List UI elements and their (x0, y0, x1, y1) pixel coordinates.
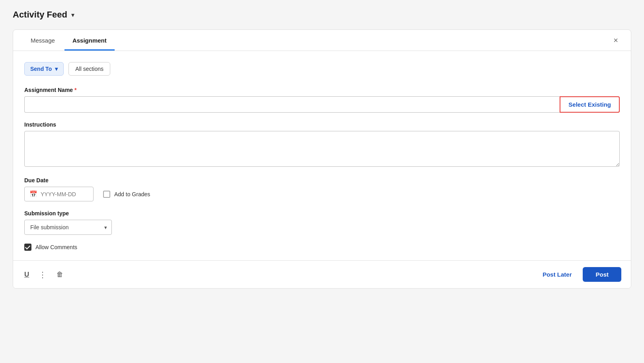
activity-feed-chevron-icon[interactable]: ▾ (71, 11, 74, 19)
submission-type-field-group: Submission type File submission Online s… (24, 210, 620, 235)
add-to-grades-label[interactable]: Add to Grades (114, 191, 150, 197)
trash-icon: 🗑 (57, 271, 63, 279)
instructions-label: Instructions (24, 121, 620, 128)
due-date-row: 📅 Add to Grades (24, 187, 620, 201)
instructions-textarea[interactable] (24, 131, 620, 167)
tab-message[interactable]: Message (23, 30, 63, 51)
page-wrapper: Activity Feed ▾ Message Assignment × Sen… (0, 0, 644, 363)
allow-comments-label[interactable]: Allow Comments (35, 244, 77, 250)
post-later-button[interactable]: Post Later (538, 268, 576, 281)
send-to-button[interactable]: Send To ▾ (24, 62, 64, 76)
post-button[interactable]: Post (583, 267, 621, 282)
page-header: Activity Feed ▾ (13, 10, 631, 20)
assignment-name-row: Select Existing (24, 96, 620, 113)
page-title: Activity Feed (13, 10, 67, 20)
select-existing-button[interactable]: Select Existing (560, 96, 620, 113)
assignment-name-field-group: Assignment Name * Select Existing (24, 87, 620, 113)
required-marker: * (74, 87, 76, 93)
add-to-grades-checkbox[interactable] (103, 191, 110, 198)
assignment-card: Message Assignment × Send To ▾ All secti… (13, 29, 631, 289)
submission-type-select[interactable]: File submission Online submission Paper … (24, 220, 112, 235)
tabs-bar: Message Assignment × (13, 30, 631, 51)
more-options-icon: ⋮ (39, 271, 47, 279)
close-button[interactable]: × (610, 35, 621, 46)
calendar-icon: 📅 (29, 190, 37, 198)
allow-comments-checkbox[interactable] (24, 244, 31, 251)
all-sections-button[interactable]: All sections (68, 62, 110, 76)
attach-button[interactable]: U (23, 269, 31, 280)
tabs-list: Message Assignment (23, 30, 116, 51)
send-to-chevron-icon: ▾ (55, 66, 58, 72)
delete-button[interactable]: 🗑 (55, 269, 65, 280)
submission-type-label: Submission type (24, 210, 620, 217)
footer-right: Post Later Post (538, 267, 621, 282)
footer-left: U ⋮ 🗑 (23, 269, 65, 280)
more-options-button[interactable]: ⋮ (37, 269, 49, 280)
send-to-row: Send To ▾ All sections (24, 62, 620, 76)
add-to-grades-row: Add to Grades (103, 191, 150, 198)
date-input-wrapper: 📅 (24, 187, 94, 201)
tab-assignment[interactable]: Assignment (64, 30, 115, 51)
due-date-label: Due Date (24, 177, 620, 183)
attach-icon: U (24, 271, 29, 279)
assignment-name-label: Assignment Name * (24, 87, 620, 93)
allow-comments-row: Allow Comments (24, 244, 620, 251)
send-to-label: Send To (30, 66, 52, 72)
due-date-input[interactable] (41, 191, 88, 197)
instructions-field-group: Instructions (24, 121, 620, 168)
assignment-name-input[interactable] (24, 96, 560, 113)
card-body: Send To ▾ All sections Assignment Name *… (13, 51, 631, 260)
due-date-field-group: Due Date 📅 Add to Grades (24, 177, 620, 201)
card-footer: U ⋮ 🗑 Post Later Post (13, 260, 631, 288)
submission-type-select-wrapper: File submission Online submission Paper … (24, 220, 112, 235)
